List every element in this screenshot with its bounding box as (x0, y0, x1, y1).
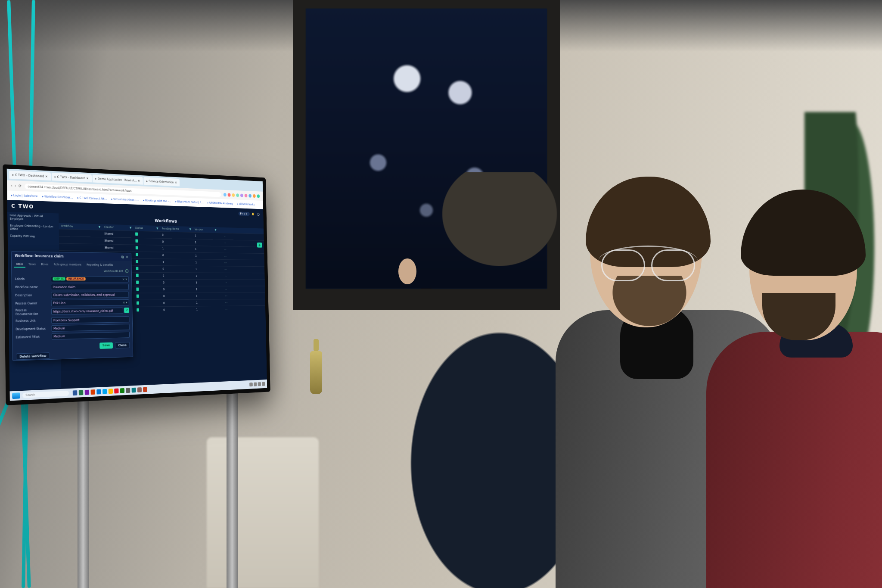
close-tab-icon[interactable]: × (138, 179, 140, 183)
tray-icon[interactable] (249, 383, 253, 386)
extension-icon[interactable] (248, 194, 252, 197)
effort-input[interactable]: Medium (52, 332, 130, 340)
row-menu-icon[interactable]: ⋯ (220, 255, 230, 258)
back-icon[interactable]: ‹ (11, 184, 12, 188)
save-button[interactable]: Save (99, 342, 113, 349)
row-menu-icon[interactable]: ⋯ (220, 248, 230, 252)
bell-icon[interactable]: 🔔 (252, 212, 255, 215)
open-link-button[interactable]: ↗ (124, 308, 129, 313)
taskbar-app-icon[interactable] (96, 389, 101, 395)
forward-icon[interactable]: › (15, 184, 16, 188)
browser-tab[interactable]: ▸C TWO – Dashboard× (9, 171, 51, 180)
sidebar-item[interactable]: Employee Onboarding – London Office (7, 222, 59, 233)
bookmark-link[interactable]: ▸ Bookings with me –… (143, 199, 171, 203)
taskbar-app-icon[interactable] (132, 388, 136, 393)
browser-tab[interactable]: ▸Service Orientation× (143, 177, 180, 187)
extension-icon[interactable] (257, 194, 260, 198)
row-menu-icon[interactable]: ⋯ (221, 274, 231, 277)
filter-icon[interactable]: ▼ (153, 227, 162, 230)
column-header[interactable]: Pending Items (162, 227, 186, 231)
filter-icon[interactable]: ▼ (186, 227, 195, 231)
column-header[interactable]: Creator (104, 225, 126, 229)
taskbar-app-icon[interactable] (102, 389, 107, 394)
taskbar-app-icon[interactable] (126, 388, 130, 393)
row-menu-icon[interactable]: ⋯ (220, 241, 230, 245)
shield-icon (135, 239, 138, 243)
close-tab-icon[interactable]: × (86, 176, 89, 180)
info-icon[interactable]: i (125, 269, 129, 273)
bookmark-link[interactable]: ▸ C TWO Connect Att… (78, 196, 107, 201)
label-chip[interactable]: INSURANCE (66, 277, 85, 281)
bookmark-link[interactable]: ▸ Blue Prism Portal | P… (175, 200, 203, 204)
panel-tab[interactable]: Roles (39, 262, 51, 268)
panel-tab[interactable]: Tasks (26, 261, 38, 268)
taskbar-app-icon[interactable] (85, 390, 90, 395)
bookmark-link[interactable]: ▸ Workflow Dashboar… (42, 195, 73, 199)
label-chip[interactable]: DEP_IC (53, 277, 65, 281)
tray-icon[interactable] (258, 382, 261, 386)
description-input[interactable]: Claims submission, validation, and appro… (51, 292, 129, 298)
business-unit-input[interactable]: Frontdesk Support (51, 316, 129, 324)
taskbar-app-icon[interactable] (79, 390, 84, 395)
column-header[interactable]: Version (195, 228, 211, 231)
extension-icon[interactable] (245, 194, 248, 197)
taskbar-app-icon[interactable] (120, 388, 124, 393)
taskbar-search[interactable] (22, 391, 69, 398)
browser-tab[interactable]: ▸C TWO – Dashboard× (51, 173, 91, 183)
bookmark-link[interactable]: ▸ Virtual machines –… (111, 198, 139, 202)
row-menu-icon[interactable]: ⋯ (221, 301, 231, 304)
taskbar-app-icon[interactable] (73, 390, 78, 395)
close-tab-icon[interactable]: × (175, 180, 177, 184)
row-menu-icon[interactable]: ⋯ (221, 308, 231, 311)
row-menu-icon[interactable]: ⋯ (220, 261, 230, 264)
row-menu-icon[interactable]: ⋯ (220, 268, 230, 271)
column-header[interactable]: Status (135, 226, 153, 230)
taskbar-app-icon[interactable] (91, 389, 96, 395)
panel-tab[interactable]: Reporting & benefits (84, 262, 115, 268)
extension-icon[interactable] (253, 194, 256, 198)
filter-icon[interactable]: ▼ (95, 225, 104, 229)
tray-icon[interactable] (254, 383, 257, 386)
extension-icon[interactable] (232, 193, 235, 196)
panel-tab[interactable]: Main (14, 261, 25, 268)
extension-icon[interactable] (236, 193, 239, 197)
row-menu-icon[interactable]: ⋯ (221, 288, 231, 291)
extension-icon[interactable] (228, 193, 231, 196)
user-avatar-icon[interactable]: ◯ (257, 213, 260, 216)
documentation-input[interactable]: https://docs.ctwo.com/insurance_claim.pd… (51, 308, 123, 315)
start-button[interactable] (12, 392, 20, 399)
extension-icon[interactable] (240, 193, 243, 197)
delete-workflow-button[interactable]: Delete workflow (16, 352, 50, 360)
dev-status-input[interactable]: Medium (52, 324, 130, 332)
panel-close-icon[interactable]: ✕ (126, 255, 128, 259)
panel-tab[interactable]: Role group members (51, 262, 84, 268)
bookmark-link[interactable]: ▸ All bookmarks (237, 202, 255, 206)
browser-tab[interactable]: ▸Demo Application · Rows A…× (92, 174, 143, 184)
panel-copy-icon[interactable]: ⧉ (121, 255, 124, 259)
bookmark-link[interactable]: ▸ Login | Salesforce (11, 194, 38, 198)
close-tab-icon[interactable]: × (45, 174, 48, 178)
sidebar-item[interactable]: Capacity Planning (8, 232, 59, 240)
reload-icon[interactable]: ⟳ (19, 184, 22, 188)
labels-field[interactable]: DEP_IC INSURANCE × ▾ (51, 276, 129, 282)
add-workflow-button[interactable]: + (257, 243, 262, 248)
taskbar-app-icon[interactable] (114, 389, 118, 394)
workflow-name-input[interactable]: Insurance claim (51, 284, 129, 290)
extension-icon[interactable] (224, 193, 227, 196)
sidebar-item[interactable]: Loan Approvals – Virtual Employee (7, 212, 59, 224)
row-menu-icon[interactable]: ⋯ (221, 294, 231, 297)
close-button[interactable]: Close (115, 342, 130, 348)
taskbar-app-icon[interactable] (143, 387, 147, 392)
clear-icon[interactable]: × ▾ (123, 301, 127, 305)
row-menu-icon[interactable]: ⋯ (220, 235, 230, 238)
taskbar-app-icon[interactable] (109, 389, 113, 394)
row-menu-icon[interactable]: ⋯ (221, 281, 231, 284)
tray-icon[interactable] (262, 382, 265, 386)
filter-icon[interactable]: ▼ (211, 228, 220, 232)
owner-input[interactable]: Erik Linn× ▾ (51, 299, 129, 306)
clear-icon[interactable]: × ▾ (122, 277, 127, 281)
bookmark-link[interactable]: ▸ UPSKILRPA Academy (208, 201, 233, 205)
column-header[interactable]: Workflow (61, 224, 95, 229)
filter-icon[interactable]: ▼ (126, 226, 135, 230)
taskbar-app-icon[interactable] (137, 387, 142, 392)
